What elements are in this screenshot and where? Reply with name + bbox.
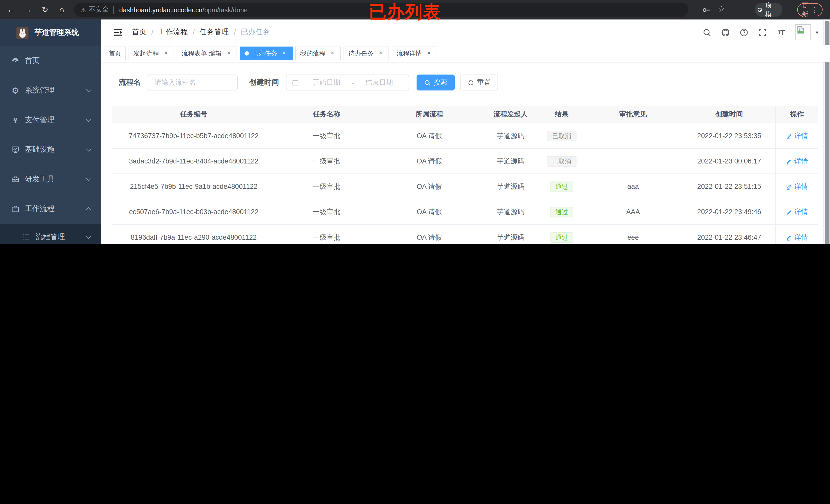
tab-首页[interactable]: 首页 — [104, 46, 126, 60]
update-button[interactable]: 更新 ⋮ — [797, 3, 823, 16]
navbar-actions: TT ▾ — [703, 20, 819, 45]
browser-menu-icon[interactable]: ⋮ — [811, 6, 818, 14]
page-content: 流程名 请输入流程名 创建时间 开始日期 - 结束日期 搜索 — [101, 75, 830, 244]
app-logo — [17, 27, 29, 39]
tab-label: 待办任务 — [348, 47, 374, 60]
sidebar-item-home[interactable]: 首页 — [0, 46, 101, 76]
key-icon[interactable] — [701, 5, 711, 15]
avatar-caret-icon[interactable]: ▾ — [816, 29, 818, 35]
cell-result: 已取消 — [540, 131, 583, 141]
cell-actions: 详情 — [775, 199, 818, 224]
tab-我的流程[interactable]: 我的流程× — [295, 46, 341, 60]
detail-button[interactable]: 详情 — [786, 156, 808, 166]
result-badge: 已取消 — [547, 156, 577, 166]
search-button[interactable]: 搜索 — [417, 75, 455, 91]
column-header: 结果 — [540, 109, 583, 119]
sidebar-item-label: 支付管理 — [25, 115, 55, 125]
breadcrumb-item[interactable]: 任务管理 — [199, 28, 229, 37]
detail-button[interactable]: 详情 — [786, 233, 808, 242]
browser-chrome: ← → ↻ ⌂ ⚠ 不安全 dashboard.yudao.iocoder.cn… — [0, 0, 830, 20]
list-icon — [22, 233, 30, 241]
tab-流程详情[interactable]: 流程详情× — [392, 46, 437, 60]
cell-result: 已取消 — [540, 156, 583, 166]
close-icon[interactable]: × — [425, 49, 433, 57]
dashboard-icon — [11, 57, 20, 65]
home-icon[interactable]: ⌂ — [56, 4, 68, 15]
sidebar-item-devtools[interactable]: 研发工具 — [0, 165, 101, 194]
url-path: /bpm/task/done — [202, 6, 248, 13]
table-row: 74736737-7b9b-11ec-b5b7-acde48001122一级审批… — [111, 123, 818, 149]
cell-result: 通过 — [540, 232, 583, 242]
sidebar-item-process-manage[interactable]: 流程管理 — [0, 224, 101, 244]
result-badge: 通过 — [550, 232, 573, 242]
hamburger-icon[interactable] — [113, 27, 123, 37]
edit-icon — [786, 234, 792, 240]
cell-process: OA 请假 — [377, 156, 481, 166]
search-button-icon — [424, 79, 431, 86]
breadcrumb-separator: / — [151, 28, 153, 37]
github-icon[interactable] — [721, 28, 730, 37]
logo-row[interactable]: 芋道管理系统 — [0, 20, 101, 46]
help-icon[interactable] — [739, 28, 749, 37]
avatar[interactable] — [795, 24, 811, 40]
table-row: 3adac3d2-7b9d-11ec-8404-acde48001122一级审批… — [111, 149, 818, 174]
chevron-down-icon — [86, 176, 91, 181]
cell-actions: 详情 — [775, 225, 818, 244]
sidebar-item-label: 基础设施 — [25, 145, 55, 155]
detail-button[interactable]: 详情 — [786, 207, 808, 216]
search-icon[interactable] — [703, 28, 712, 37]
calendar-icon — [292, 79, 299, 86]
font-size-icon[interactable]: TT — [776, 28, 786, 37]
tab-label: 首页 — [108, 47, 121, 60]
cell-task-name: 一级审批 — [276, 207, 377, 216]
tab-label: 我的流程 — [300, 47, 325, 60]
cell-comment: AAA — [583, 208, 683, 216]
table-row: 215cf4e5-7b9b-11ec-9a1b-acde48001122一级审批… — [111, 174, 818, 199]
edit-icon — [786, 158, 792, 164]
forward-icon[interactable]: → — [22, 4, 34, 15]
process-name-input[interactable]: 请输入流程名 — [148, 75, 237, 91]
breadcrumb-separator: / — [193, 28, 195, 37]
not-secure-icon: ⚠ — [81, 6, 86, 13]
sidebar-item-infra[interactable]: 基础设施 — [0, 135, 101, 165]
close-icon[interactable]: × — [225, 49, 232, 57]
cell-create-time: 2022-01-23 00:06:17 — [683, 157, 775, 165]
chevron-down-icon — [86, 233, 91, 238]
reload-icon[interactable]: ↻ — [39, 4, 51, 15]
breadcrumb-item[interactable]: 首页 — [132, 28, 147, 37]
reset-button[interactable]: 重置 — [460, 75, 498, 91]
close-icon[interactable]: × — [162, 49, 169, 57]
back-icon[interactable]: ← — [5, 4, 17, 15]
detail-button[interactable]: 详情 — [786, 131, 808, 140]
close-icon[interactable]: × — [329, 49, 336, 57]
cell-comment: eee — [583, 233, 683, 241]
tab-发起流程[interactable]: 发起流程× — [129, 46, 174, 60]
tab-label: 已办任务 — [252, 47, 277, 60]
edit-icon — [786, 183, 792, 190]
column-header: 创建时间 — [683, 109, 775, 119]
sidebar-item-workflow[interactable]: 工作流程 — [0, 194, 101, 224]
chevron-down-icon — [86, 87, 91, 92]
sidebar-item-system[interactable]: ⚙系统管理 — [0, 76, 101, 105]
bookmark-star-icon[interactable]: ☆ — [718, 4, 725, 14]
tab-待办任务[interactable]: 待办任务× — [344, 46, 389, 60]
done-task-table: 任务编号任务名称所属流程流程发起人结果审批意见创建时间操作 74736737-7… — [111, 106, 818, 244]
cell-starter: 芋道源码 — [481, 156, 540, 166]
close-icon[interactable]: × — [377, 49, 384, 57]
breadcrumb-item[interactable]: 工作流程 — [158, 28, 188, 37]
cell-starter: 芋道源码 — [481, 207, 540, 216]
cell-task-id: 8196daff-7b9a-11ec-a290-acde48001122 — [111, 233, 276, 241]
table-row: ec507ae6-7b9a-11ec-b03b-acde48001122一级审批… — [111, 199, 818, 225]
chevron-down-icon — [86, 146, 91, 151]
tab-流程表单-编辑[interactable]: 流程表单-编辑× — [177, 46, 237, 60]
tab-已办任务[interactable]: 已办任务× — [240, 46, 293, 60]
fullscreen-icon[interactable] — [758, 28, 768, 37]
range-separator: - — [352, 78, 354, 87]
date-range-input[interactable]: 开始日期 - 结束日期 — [286, 75, 409, 91]
detail-button[interactable]: 详情 — [786, 182, 808, 191]
table-body: 74736737-7b9b-11ec-b5b7-acde48001122一级审批… — [111, 123, 818, 244]
cell-task-name: 一级审批 — [276, 131, 377, 140]
close-icon[interactable]: × — [281, 49, 288, 57]
sidebar-item-label: 首页 — [25, 56, 40, 66]
sidebar-item-payment[interactable]: ¥支付管理 — [0, 105, 101, 135]
